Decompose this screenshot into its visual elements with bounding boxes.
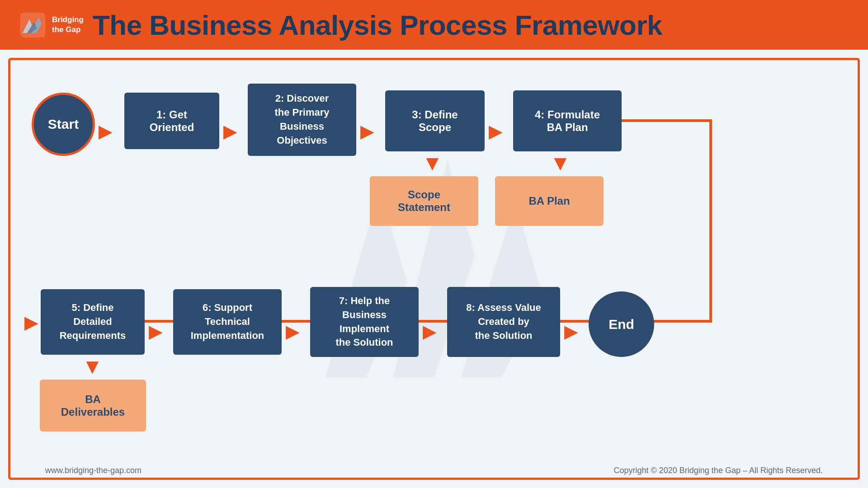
down-arrow-ba-plan: ▶ (552, 158, 571, 171)
footer: www.bridging-the-gap.com Copyright © 202… (0, 466, 868, 475)
step-4-box: 4: Formulate BA Plan (513, 90, 622, 151)
footer-website: www.bridging-the-gap.com (45, 466, 142, 475)
end-node: End (589, 291, 654, 357)
connector-h-top (622, 119, 712, 122)
app-container: Bridging the Gap The Business Analysis P… (0, 0, 868, 488)
header: Bridging the Gap The Business Analysis P… (0, 0, 868, 50)
start-label: Start (48, 117, 79, 132)
connector-v-right (709, 119, 712, 323)
step-5-label: 5: Define Detailed Requirements (60, 301, 126, 343)
start-node: Start (32, 93, 95, 156)
ba-plan-label: BA Plan (528, 195, 570, 207)
header-title: The Business Analysis Process Framework (93, 9, 662, 41)
step-2-box: 2: Discover the Primary Business Objecti… (248, 84, 356, 156)
logo-area: Bridging the Gap (18, 10, 84, 40)
arrow-8-end: ▶ (564, 321, 578, 342)
step-7-label: 7: Help the Business Implement the Solut… (335, 294, 393, 350)
footer-copyright: Copyright © 2020 Bridging the Gap – All … (613, 466, 823, 475)
arrow-5-6: ▶ (149, 321, 163, 342)
step-8-box: 8: Assess Value Created by the Solution (447, 287, 560, 357)
arrow-7-8: ▶ (423, 321, 437, 342)
step-4-label: 4: Formulate BA Plan (535, 108, 600, 134)
step-2-label: 2: Discover the Primary Business Objecti… (274, 92, 329, 147)
step-3-box: 3: Define Scope (385, 90, 485, 151)
arrow-1-2: ▶ (223, 121, 237, 141)
ba-deliverables-box: BA Deliverables (40, 380, 146, 432)
logo-text: Bridging the Gap (52, 15, 84, 35)
scope-statement-box: Scope Statement (370, 176, 478, 226)
arrow-start-1: ▶ (99, 121, 113, 141)
scope-statement-label: Scope Statement (398, 188, 450, 214)
step-1-label: 1: Get Oriented (150, 108, 194, 134)
step-6-label: 6: Support Technical Implementation (191, 301, 264, 343)
end-label: End (609, 317, 634, 332)
down-arrow-deliverables: ▶ (84, 361, 103, 374)
watermark (298, 133, 570, 404)
ba-deliverables-label: BA Deliverables (61, 393, 125, 418)
step-5-box: 5: Define Detailed Requirements (41, 289, 145, 355)
logo-icon (18, 10, 47, 40)
step-6-box: 6: Support Technical Implementation (173, 289, 282, 355)
ba-plan-box: BA Plan (495, 176, 604, 226)
arrow-3-4: ▶ (489, 121, 503, 141)
arrow-connector-to-5: ▶ (24, 312, 38, 333)
arrow-6-7: ▶ (286, 321, 300, 342)
step-3-label: 3: Define Scope (412, 108, 458, 134)
step-7-box: 7: Help the Business Implement the Solut… (310, 287, 419, 357)
step-1-box: 1: Get Oriented (124, 93, 219, 149)
arrow-2-3: ▶ (360, 121, 374, 141)
step-8-label: 8: Assess Value Created by the Solution (466, 301, 541, 343)
down-arrow-scope: ▶ (424, 158, 443, 171)
main-area: Start ▶ 1: Get Oriented ▶ 2: Discover th… (0, 50, 868, 488)
